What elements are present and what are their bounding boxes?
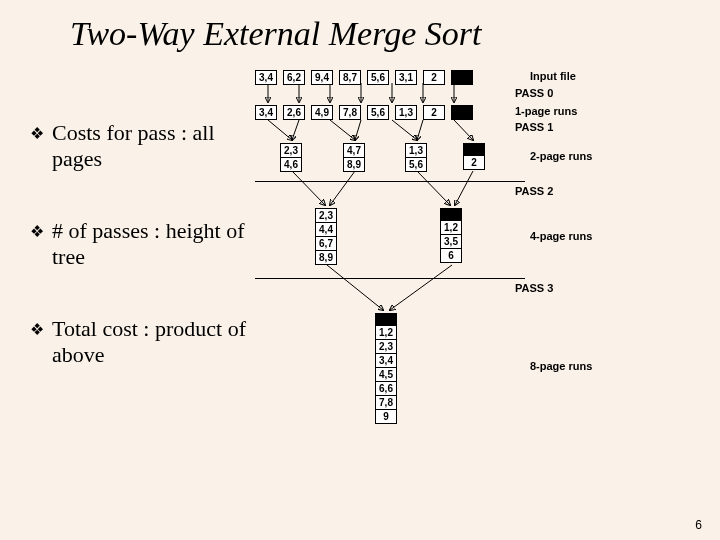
svg-line-13: [454, 120, 473, 140]
label-pass3: PASS 3: [515, 282, 553, 294]
page-cell: 3,5: [440, 234, 462, 249]
label-input: Input file: [530, 70, 576, 82]
svg-line-15: [330, 171, 355, 205]
input-row: 3,4 6,2 9,4 8,7 5,6 3,1 2: [255, 70, 473, 85]
page-cell: 6,6: [375, 381, 397, 396]
page-cell: 7,8: [375, 395, 397, 410]
svg-line-11: [392, 120, 417, 140]
page-cell: 2,3: [315, 208, 337, 223]
diamond-icon: ❖: [30, 124, 44, 143]
label-2page-runs: 2-page runs: [530, 150, 592, 162]
page-cell: 1,2: [375, 325, 397, 340]
page-cell: 8,9: [343, 157, 365, 172]
page-box-empty: [451, 105, 473, 120]
page-cell: 4,6: [280, 157, 302, 172]
page-cell: 6,7: [315, 236, 337, 251]
bullet-item: ❖ Total cost : product of above: [30, 316, 250, 369]
slide-title: Two-Way External Merge Sort: [70, 15, 481, 53]
page-cell: 6: [440, 248, 462, 263]
page-cell: 5,6: [405, 157, 427, 172]
merge-sort-diagram: 3,4 6,2 9,4 8,7 5,6 3,1 2 3,4 2,6 4,9 7,…: [255, 65, 685, 495]
page-cell: 2: [463, 155, 485, 170]
run-8page: 1,2 2,3 3,4 4,5 6,6 7,8 9: [375, 313, 397, 424]
page-box-empty: [451, 70, 473, 85]
svg-line-9: [330, 120, 355, 140]
bullet-item: ❖ # of passes : height of tree: [30, 218, 250, 271]
run-2page: 2,3 4,6: [280, 143, 302, 172]
svg-line-18: [327, 265, 383, 310]
divider-line: [255, 278, 525, 279]
run-2page: 2: [463, 143, 485, 170]
page-box: 3,1: [395, 70, 417, 85]
run-2page: 1,3 5,6: [405, 143, 427, 172]
page-box: 1,3: [395, 105, 417, 120]
bullets-list: ❖ Costs for pass : all pages ❖ # of pass…: [30, 120, 250, 413]
page-box: 8,7: [339, 70, 361, 85]
bullet-text: Costs for pass : all pages: [52, 120, 250, 173]
page-cell: 4,4: [315, 222, 337, 237]
label-pass0: PASS 0: [515, 87, 553, 99]
run-2page: 4,7 8,9: [343, 143, 365, 172]
page-cell: 4,7: [343, 143, 365, 158]
page-cell: 1,2: [440, 220, 462, 235]
run-4page: 2,3 4,4 6,7 8,9: [315, 208, 337, 265]
page-box: 7,8: [339, 105, 361, 120]
diamond-icon: ❖: [30, 320, 44, 339]
connector-lines: [255, 65, 685, 495]
slide-number: 6: [695, 518, 702, 532]
bullet-item: ❖ Costs for pass : all pages: [30, 120, 250, 173]
svg-line-7: [268, 120, 292, 140]
page-box: 5,6: [367, 70, 389, 85]
run-4page: 1,2 3,5 6: [440, 208, 462, 263]
page-box: 2: [423, 105, 445, 120]
bullet-text: Total cost : product of above: [52, 316, 250, 369]
pass0-row: 3,4 2,6 4,9 7,8 5,6 1,3 2: [255, 105, 473, 120]
svg-line-17: [455, 171, 473, 205]
page-box: 3,4: [255, 105, 277, 120]
svg-line-8: [292, 120, 299, 140]
page-box: 4,9: [311, 105, 333, 120]
bullet-text: # of passes : height of tree: [52, 218, 250, 271]
page-box: 2: [423, 70, 445, 85]
page-box: 9,4: [311, 70, 333, 85]
svg-line-19: [390, 265, 452, 310]
label-1page-runs: 1-page runs: [515, 105, 577, 117]
svg-line-12: [417, 120, 423, 140]
label-8page-runs: 8-page runs: [530, 360, 592, 372]
page-cell: 8,9: [315, 250, 337, 265]
page-cell: 3,4: [375, 353, 397, 368]
page-box: 6,2: [283, 70, 305, 85]
page-cell: 9: [375, 409, 397, 424]
page-box: 2,6: [283, 105, 305, 120]
label-pass1: PASS 1: [515, 121, 553, 133]
divider-line: [255, 181, 525, 182]
diamond-icon: ❖: [30, 222, 44, 241]
page-box: 5,6: [367, 105, 389, 120]
svg-line-16: [417, 171, 450, 205]
svg-line-14: [292, 171, 325, 205]
page-cell: 2,3: [375, 339, 397, 354]
label-4page-runs: 4-page runs: [530, 230, 592, 242]
svg-line-10: [355, 120, 361, 140]
page-cell: 2,3: [280, 143, 302, 158]
label-pass2: PASS 2: [515, 185, 553, 197]
page-box: 3,4: [255, 70, 277, 85]
page-cell: 1,3: [405, 143, 427, 158]
page-cell: 4,5: [375, 367, 397, 382]
